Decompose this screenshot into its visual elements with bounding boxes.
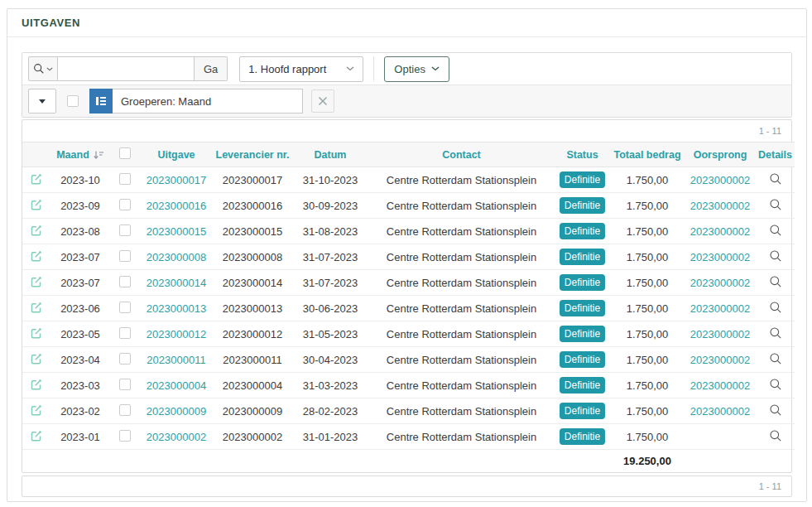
edit-row-icon[interactable] <box>30 275 43 288</box>
edit-row-icon[interactable] <box>30 198 43 211</box>
cell-maand: 2023-04 <box>50 347 110 373</box>
cell-bedrag: 1.750,00 <box>610 167 685 193</box>
edit-row-icon[interactable] <box>30 352 43 365</box>
oorsprong-link[interactable]: 2023000002 <box>690 302 750 315</box>
edit-row-icon[interactable] <box>30 378 43 391</box>
status-badge: Definitie <box>560 274 605 291</box>
group-by-chip[interactable]: Groeperen: Maand <box>89 89 303 113</box>
cell-leverancier: 2023000009 <box>213 398 292 424</box>
details-search-icon[interactable] <box>769 352 782 365</box>
remove-group-by-button[interactable] <box>311 89 334 113</box>
column-header-bedrag[interactable]: Totaal bedrag <box>610 142 685 167</box>
uitgave-link[interactable]: 2023000008 <box>147 251 206 263</box>
oorsprong-link[interactable]: 2023000002 <box>690 405 750 418</box>
oorsprong-link[interactable]: 2023000002 <box>690 277 750 289</box>
cell-maand: 2023-03 <box>50 373 110 398</box>
details-search-icon[interactable] <box>769 326 782 340</box>
cell-select <box>110 193 140 219</box>
cell-uitgave: 2023000013 <box>140 296 213 321</box>
row-checkbox[interactable] <box>119 199 131 210</box>
oorsprong-link[interactable]: 2023000002 <box>690 200 750 212</box>
details-search-icon[interactable] <box>769 249 782 263</box>
oorsprong-link[interactable]: 2023000002 <box>690 354 750 366</box>
column-header-contact[interactable]: Contact <box>368 142 555 167</box>
cell-maand: 2023-10 <box>50 167 110 193</box>
uitgave-link[interactable]: 2023000016 <box>147 200 206 212</box>
edit-row-icon[interactable] <box>30 429 43 442</box>
group-by-enable-checkbox[interactable] <box>67 95 79 107</box>
settings-menu-button[interactable] <box>28 89 56 113</box>
row-checkbox[interactable] <box>119 430 131 442</box>
details-search-icon[interactable] <box>769 172 782 186</box>
uitgave-link[interactable]: 2023000011 <box>147 354 205 366</box>
uitgave-link[interactable]: 2023000014 <box>147 277 206 289</box>
row-checkbox[interactable] <box>119 276 131 287</box>
uitgave-link[interactable]: 2023000012 <box>147 328 206 340</box>
search-bar-row: Ga 1. Hoofd rapport Opties <box>22 53 791 84</box>
cell-bedrag: 1.750,00 <box>610 270 685 296</box>
row-checkbox[interactable] <box>119 225 131 236</box>
oorsprong-link[interactable]: 2023000002 <box>690 328 750 340</box>
go-button[interactable]: Ga <box>195 56 228 81</box>
uitgave-link[interactable]: 2023000015 <box>147 225 206 238</box>
edit-row-icon[interactable] <box>30 224 43 237</box>
row-checkbox[interactable] <box>119 379 131 390</box>
cell-oorsprong <box>685 424 756 450</box>
edit-row-icon[interactable] <box>30 326 43 340</box>
cell-bedrag: 1.750,00 <box>610 347 685 373</box>
uitgave-link[interactable]: 2023000017 <box>147 174 206 186</box>
table-row: 2023-07 2023000008 2023000008 31-07-2023… <box>22 244 795 270</box>
row-checkbox[interactable] <box>119 302 131 313</box>
row-checkbox[interactable] <box>119 353 131 365</box>
cell-status: Definitie <box>555 373 610 398</box>
column-header-uitgave[interactable]: Uitgave <box>140 142 213 167</box>
cell-maand: 2023-08 <box>50 219 110 244</box>
page-title: UITGAVEN <box>22 17 80 29</box>
edit-row-icon[interactable] <box>30 301 43 314</box>
cell-leverancier: 2023000012 <box>213 321 292 347</box>
details-search-icon[interactable] <box>769 378 782 391</box>
uitgave-link[interactable]: 2023000009 <box>147 405 206 418</box>
cell-bedrag: 1.750,00 <box>610 193 685 219</box>
oorsprong-link[interactable]: 2023000002 <box>690 174 750 186</box>
cell-edit <box>22 424 50 450</box>
cell-oorsprong: 2023000002 <box>685 193 756 219</box>
status-badge: Definitie <box>560 326 605 342</box>
details-search-icon[interactable] <box>769 429 782 442</box>
cell-datum: 28-02-2023 <box>292 398 368 424</box>
column-header-oorsprong[interactable]: Oorsprong <box>685 142 756 167</box>
column-header-leverancier[interactable]: Leverancier nr. <box>213 142 292 167</box>
cell-select <box>110 398 140 424</box>
row-checkbox[interactable] <box>119 404 131 416</box>
edit-row-icon[interactable] <box>30 172 43 186</box>
details-search-icon[interactable] <box>769 275 782 288</box>
row-checkbox[interactable] <box>119 327 131 339</box>
cell-uitgave: 2023000011 <box>140 347 213 373</box>
edit-row-icon[interactable] <box>30 249 43 263</box>
cell-leverancier: 2023000008 <box>213 244 292 270</box>
details-search-icon[interactable] <box>769 301 782 314</box>
uitgave-link[interactable]: 2023000013 <box>147 302 206 315</box>
column-header-status[interactable]: Status <box>555 142 610 167</box>
edit-row-icon[interactable] <box>30 403 43 417</box>
details-search-icon[interactable] <box>769 224 782 237</box>
select-all-checkbox[interactable] <box>119 147 131 159</box>
saved-report-select[interactable]: 1. Hoofd rapport <box>239 56 363 82</box>
details-search-icon[interactable] <box>769 403 782 417</box>
column-header-maand[interactable]: Maand <box>50 142 110 167</box>
search-input[interactable] <box>58 56 195 81</box>
details-search-icon[interactable] <box>769 198 782 211</box>
options-button[interactable]: Opties <box>384 56 449 82</box>
uitgave-link[interactable]: 2023000002 <box>147 431 206 443</box>
row-checkbox[interactable] <box>119 250 131 262</box>
cell-uitgave: 2023000016 <box>140 193 213 219</box>
cell-leverancier: 2023000011 <box>213 347 292 373</box>
uitgave-link[interactable]: 2023000004 <box>147 379 206 392</box>
cell-oorsprong: 2023000002 <box>685 398 756 424</box>
oorsprong-link[interactable]: 2023000002 <box>690 225 750 238</box>
oorsprong-link[interactable]: 2023000002 <box>690 379 750 392</box>
search-column-menu-button[interactable] <box>28 56 58 81</box>
row-checkbox[interactable] <box>119 173 131 185</box>
oorsprong-link[interactable]: 2023000002 <box>690 251 750 263</box>
column-header-datum[interactable]: Datum <box>292 142 368 167</box>
